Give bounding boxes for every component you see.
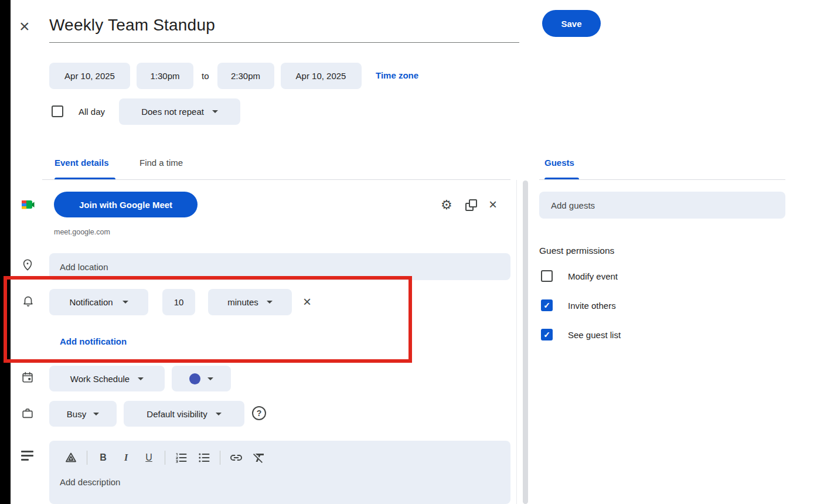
formatting-toolbar: B I U (62, 449, 268, 466)
busy-status-value: Busy (67, 409, 86, 419)
to-label: to (200, 71, 211, 81)
calendar-icon (21, 371, 34, 386)
save-button[interactable]: Save (542, 10, 601, 37)
scrollbar-thumb[interactable] (523, 181, 528, 504)
guests-tabs-divider (539, 179, 785, 180)
description-lines-icon (21, 451, 33, 461)
event-color-dropdown[interactable] (172, 366, 231, 391)
add-notification-link[interactable]: Add notification (60, 336, 127, 346)
modify-event-checkbox[interactable] (541, 270, 553, 282)
start-date-chip[interactable]: Apr 10, 2025 (49, 63, 130, 89)
notification-bell-icon (22, 295, 35, 310)
datetime-row: Apr 10, 2025 1:30pm to 2:30pm Apr 10, 20… (49, 63, 362, 89)
toolbar-separator (165, 451, 165, 465)
chevron-down-icon (267, 301, 273, 304)
all-day-checkbox[interactable] (52, 105, 63, 117)
recurrence-dropdown[interactable]: Does not repeat (119, 98, 240, 125)
title-underline (49, 42, 519, 43)
calendar-name-value: Work Schedule (70, 374, 130, 384)
location-pin-icon (21, 258, 34, 274)
drive-attachment-icon[interactable] (62, 449, 80, 466)
briefcase-icon (21, 407, 34, 422)
close-dialog-icon[interactable]: × (19, 18, 30, 35)
recurrence-value: Does not repeat (141, 107, 204, 117)
invite-others-label: Invite others (568, 301, 616, 311)
chevron-down-icon (212, 110, 218, 113)
notification-unit-dropdown[interactable]: minutes (208, 289, 292, 315)
permission-row-modify-event: Modify event (541, 270, 618, 282)
bulleted-list-icon[interactable] (195, 449, 213, 466)
guest-permissions-title: Guest permissions (539, 246, 614, 256)
chevron-down-icon (207, 377, 213, 380)
join-meet-button[interactable]: Join with Google Meet (54, 192, 198, 217)
bold-button[interactable]: B (94, 449, 112, 466)
description-placeholder[interactable]: Add description (60, 477, 120, 487)
meet-settings-gear-icon[interactable]: ⚙ (441, 197, 452, 212)
toolbar-separator (87, 451, 87, 465)
event-edit-dialog: × Weekly Team Standup Save Apr 10, 2025 … (0, 0, 834, 504)
end-time-chip[interactable]: 2:30pm (217, 63, 274, 89)
chevron-down-icon (216, 413, 222, 416)
all-day-label: All day (79, 107, 105, 117)
notification-type-value: Notification (69, 297, 113, 307)
description-editor[interactable]: B I U (49, 441, 510, 504)
insert-link-icon[interactable] (227, 449, 245, 466)
busy-status-dropdown[interactable]: Busy (49, 401, 117, 427)
toolbar-separator (220, 451, 220, 465)
meet-url-text: meet.google.com (54, 228, 110, 236)
google-meet-icon (21, 197, 35, 212)
allday-row: All day Does not repeat (52, 98, 240, 124)
location-input[interactable] (49, 253, 510, 280)
panel-divider (516, 180, 517, 504)
chevron-down-icon (93, 413, 99, 416)
remove-notification-icon[interactable]: × (303, 295, 311, 309)
end-date-chip[interactable]: Apr 10, 2025 (281, 63, 362, 89)
permission-row-see-guest-list: ✓ See guest list (541, 329, 621, 340)
calendar-select-dropdown[interactable]: Work Schedule (49, 366, 165, 391)
notification-value-input[interactable]: 10 (162, 289, 195, 315)
modify-event-label: Modify event (568, 271, 618, 281)
chevron-down-icon (122, 301, 128, 304)
italic-button[interactable]: I (117, 449, 135, 466)
add-guests-input[interactable] (539, 192, 785, 219)
chevron-down-icon (138, 377, 144, 380)
underline-button[interactable]: U (140, 449, 158, 466)
invite-others-checkbox[interactable]: ✓ (541, 299, 553, 311)
notification-unit-value: minutes (227, 297, 258, 307)
tabs-divider (42, 179, 510, 180)
start-time-chip[interactable]: 1:30pm (137, 63, 193, 89)
tab-guests[interactable]: Guests (544, 158, 574, 168)
copy-meet-link-icon[interactable] (465, 199, 477, 211)
visibility-dropdown[interactable]: Default visibility (124, 401, 244, 427)
event-color-dot (189, 373, 200, 384)
numbered-list-icon[interactable] (172, 449, 190, 466)
notification-type-dropdown[interactable]: Notification (49, 289, 148, 315)
tab-find-a-time[interactable]: Find a time (139, 158, 183, 168)
timezone-link[interactable]: Time zone (376, 70, 418, 80)
event-title-input[interactable]: Weekly Team Standup (49, 16, 215, 35)
see-guest-list-label: See guest list (568, 330, 621, 340)
visibility-value: Default visibility (147, 409, 207, 419)
tab-event-details[interactable]: Event details (55, 158, 109, 168)
visibility-help-icon[interactable]: ? (252, 406, 266, 420)
see-guest-list-checkbox[interactable]: ✓ (541, 329, 553, 340)
clear-formatting-icon[interactable] (250, 449, 268, 466)
permission-row-invite-others: ✓ Invite others (541, 299, 616, 311)
remove-meet-icon[interactable]: × (489, 197, 497, 212)
left-edge-bar (0, 0, 11, 504)
